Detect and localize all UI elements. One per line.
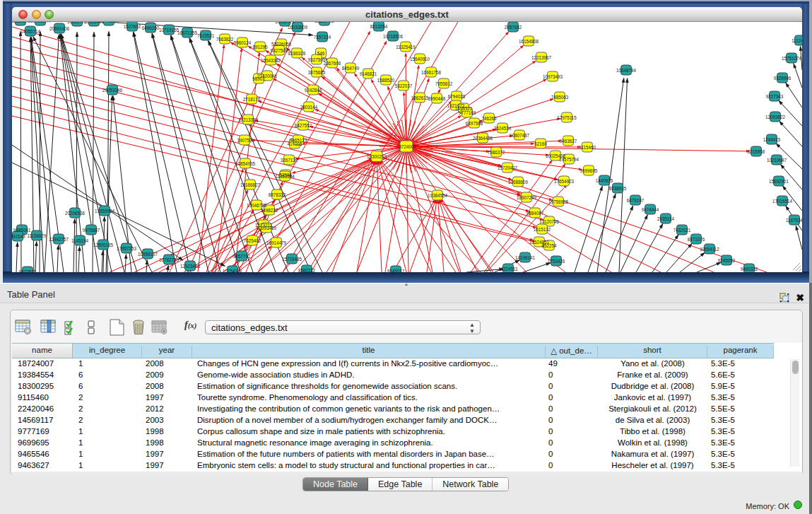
svg-text:11156829: 11156829 bbox=[27, 233, 47, 238]
svg-text:10754321: 10754321 bbox=[223, 269, 243, 273]
svg-text:9146821: 9146821 bbox=[360, 71, 377, 76]
svg-text:9463627: 9463627 bbox=[560, 139, 577, 144]
svg-text:18030972: 18030972 bbox=[275, 22, 295, 24]
svg-text:746266: 746266 bbox=[481, 116, 497, 121]
svg-text:1440935: 1440935 bbox=[596, 178, 613, 183]
svg-text:18300293: 18300293 bbox=[367, 154, 387, 159]
svg-text:7432021: 7432021 bbox=[673, 228, 691, 233]
svg-text:12213389: 12213389 bbox=[238, 117, 259, 122]
svg-text:1615132: 1615132 bbox=[534, 227, 551, 232]
svg-text:3875685: 3875685 bbox=[308, 70, 326, 75]
svg-text:15692901: 15692901 bbox=[769, 179, 789, 184]
svg-text:12923468: 12923468 bbox=[180, 264, 201, 269]
svg-text:11325419: 11325419 bbox=[396, 45, 416, 49]
svg-text:10913344: 10913344 bbox=[30, 22, 51, 23]
svg-text:9895061: 9895061 bbox=[13, 228, 31, 233]
svg-text:16671355: 16671355 bbox=[177, 30, 198, 35]
svg-text:9115460: 9115460 bbox=[579, 145, 596, 150]
svg-text:62160: 62160 bbox=[534, 141, 547, 146]
svg-text:6479197: 6479197 bbox=[627, 198, 645, 203]
svg-text:17654923: 17654923 bbox=[554, 179, 575, 184]
svg-text:9327508: 9327508 bbox=[271, 48, 288, 53]
svg-text:16782759: 16782759 bbox=[159, 257, 180, 262]
svg-text:7485063: 7485063 bbox=[551, 95, 569, 100]
svg-text:16961758: 16961758 bbox=[421, 70, 442, 75]
svg-text:19218506: 19218506 bbox=[383, 34, 404, 39]
svg-text:12093822: 12093822 bbox=[765, 115, 786, 119]
svg-text:16033809: 16033809 bbox=[288, 25, 308, 30]
svg-text:7625402: 7625402 bbox=[244, 238, 261, 243]
svg-text:5322037: 5322037 bbox=[395, 83, 413, 88]
svg-text:98901: 98901 bbox=[252, 76, 265, 81]
svg-text:1145194: 1145194 bbox=[71, 238, 89, 243]
svg-text:9460332: 9460332 bbox=[741, 267, 758, 271]
svg-text:12441234: 12441234 bbox=[99, 22, 119, 23]
svg-text:6466160: 6466160 bbox=[142, 25, 160, 30]
svg-text:1753426: 1753426 bbox=[548, 259, 565, 264]
svg-text:8813054: 8813054 bbox=[370, 24, 388, 29]
svg-text:10719155: 10719155 bbox=[159, 28, 180, 33]
svg-text:8454749: 8454749 bbox=[342, 66, 360, 71]
svg-text:18807249: 18807249 bbox=[517, 195, 537, 200]
svg-text:10973493: 10973493 bbox=[543, 74, 563, 79]
svg-text:8990448: 8990448 bbox=[428, 96, 446, 101]
svg-text:10224511: 10224511 bbox=[498, 267, 518, 271]
svg-text:20206536: 20206536 bbox=[65, 211, 86, 216]
svg-text:20691406: 20691406 bbox=[49, 26, 70, 31]
svg-text:8960124: 8960124 bbox=[234, 40, 252, 45]
svg-text:20364436: 20364436 bbox=[473, 136, 493, 141]
svg-text:2803144: 2803144 bbox=[300, 105, 318, 110]
svg-text:16543382: 16543382 bbox=[261, 58, 281, 63]
svg-text:6794028: 6794028 bbox=[448, 94, 466, 99]
svg-text:10854935: 10854935 bbox=[235, 161, 256, 166]
svg-text:8186328: 8186328 bbox=[288, 51, 306, 56]
svg-text:2087682: 2087682 bbox=[505, 25, 522, 30]
svg-text:8938935: 8938935 bbox=[609, 186, 627, 191]
svg-text:3267130: 3267130 bbox=[281, 158, 298, 163]
svg-text:12975115: 12975115 bbox=[557, 115, 577, 120]
svg-text:15640910: 15640910 bbox=[410, 57, 430, 62]
svg-text:19756928: 19756928 bbox=[548, 199, 569, 204]
svg-text:10654112: 10654112 bbox=[700, 247, 719, 252]
svg-text:8427552: 8427552 bbox=[295, 123, 312, 128]
svg-text:1527602: 1527602 bbox=[124, 24, 141, 29]
svg-text:546: 546 bbox=[317, 51, 325, 56]
svg-text:891295: 891295 bbox=[252, 45, 268, 49]
svg-text:7515521: 7515521 bbox=[197, 33, 215, 38]
svg-text:6497568: 6497568 bbox=[466, 121, 483, 126]
svg-text:1588520: 1588520 bbox=[377, 78, 395, 83]
svg-text:10120746: 10120746 bbox=[539, 219, 560, 224]
svg-text:1167534: 1167534 bbox=[786, 218, 802, 223]
svg-text:9777169: 9777169 bbox=[459, 110, 476, 115]
svg-text:9227343: 9227343 bbox=[766, 94, 784, 99]
svg-text:18724007: 18724007 bbox=[396, 144, 417, 149]
svg-text:2367608: 2367608 bbox=[324, 61, 341, 66]
svg-text:7386372: 7386372 bbox=[488, 150, 505, 155]
svg-text:8471076: 8471076 bbox=[688, 237, 705, 242]
svg-text:19384554: 19384554 bbox=[428, 193, 448, 198]
svg-text:17359924: 17359924 bbox=[95, 209, 115, 214]
svg-text:9242848: 9242848 bbox=[305, 88, 322, 93]
svg-text:9372532: 9372532 bbox=[19, 269, 37, 273]
svg-text:14055714: 14055714 bbox=[20, 29, 41, 34]
svg-text:17016514: 17016514 bbox=[772, 199, 793, 204]
svg-text:3498222: 3498222 bbox=[261, 208, 278, 213]
svg-text:9465123: 9465123 bbox=[290, 138, 307, 143]
svg-text:7663822: 7663822 bbox=[216, 37, 234, 42]
svg-text:53226058: 53226058 bbox=[271, 42, 292, 47]
svg-text:10210647: 10210647 bbox=[767, 158, 787, 163]
svg-text:29053346: 29053346 bbox=[102, 88, 123, 93]
svg-text:19351343: 19351343 bbox=[12, 22, 30, 23]
svg-text:12942757: 12942757 bbox=[49, 237, 69, 242]
svg-text:2718176: 2718176 bbox=[243, 97, 261, 102]
svg-text:12505185: 12505185 bbox=[93, 243, 114, 247]
svg-text:3624534: 3624534 bbox=[494, 126, 512, 131]
svg-text:9245012: 9245012 bbox=[387, 269, 405, 273]
svg-text:8878332: 8878332 bbox=[269, 192, 286, 197]
svg-text:9884067: 9884067 bbox=[526, 211, 544, 216]
svg-text:8215958: 8215958 bbox=[748, 149, 765, 154]
svg-text:9699695: 9699695 bbox=[580, 168, 598, 173]
svg-text:9857791: 9857791 bbox=[233, 254, 251, 259]
svg-text:1244415: 1244415 bbox=[763, 137, 781, 142]
svg-text:9474444: 9474444 bbox=[642, 207, 659, 212]
